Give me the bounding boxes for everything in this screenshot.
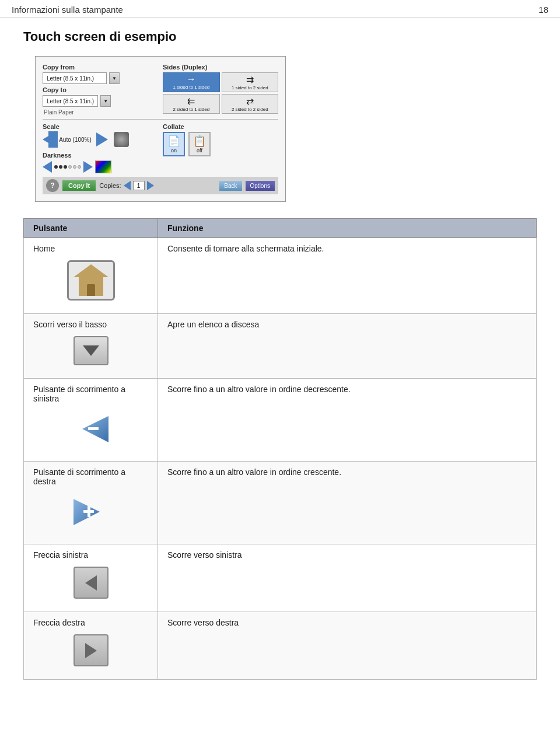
home-roof [74, 264, 108, 277]
button-name-scroll-right: Pulsante di scorrimento a destra [33, 467, 148, 486]
table-cell-description: Scorre verso sinistra [158, 544, 537, 612]
button-name-arrow-left: Freccia sinistra [33, 550, 148, 560]
copy-it-button[interactable]: Copy It [62, 180, 96, 191]
content-area: Touch screen di esempio Copy from Letter… [0, 18, 560, 691]
dot-3 [64, 165, 67, 169]
side-btn-2to1[interactable]: ⇇ 2 sided to 1 sided [163, 94, 220, 114]
page-number: 18 [538, 5, 548, 15]
description-scroll-down: Apre un elenco a discesa [167, 320, 259, 329]
darkness-label: Darkness [43, 152, 158, 159]
icon-wrapper-scroll-right [33, 486, 148, 538]
side-btn-1to2-label: 1 sided to 2 sided [224, 85, 276, 90]
page-header: Informazioni sulla stampante 18 [0, 0, 560, 18]
scale-decrease-btn[interactable] [43, 132, 54, 146]
svg-rect-1 [88, 427, 99, 430]
collate-off-label: off [193, 148, 206, 153]
side-btn-2to1-label: 2 sided to 1 sided [165, 107, 218, 112]
home-body [79, 277, 103, 296]
collate-on-btn[interactable]: 📄 on [163, 132, 185, 156]
copies-area: Copies: 1 [99, 181, 155, 190]
collate-label: Collate [163, 123, 278, 130]
table-row: Freccia sinistra Scorre verso sinistra [24, 544, 537, 612]
icon-wrapper-arrow-left [33, 560, 148, 606]
table-cell-button-name: Home [24, 238, 158, 314]
darkness-increase-btn[interactable] [83, 161, 93, 173]
darkness-color-btn[interactable] [95, 160, 111, 173]
scroll-right-svg [71, 493, 111, 531]
copy-to-value[interactable]: Letter (8.5 x 11in.) [43, 95, 98, 107]
icon-wrapper-scroll-left [33, 403, 148, 455]
home-button-icon [67, 260, 115, 301]
header-title: Informazioni sulla stampante [12, 5, 123, 15]
scroll-right-button-icon [71, 493, 111, 531]
table-cell-description: Scorre fino a un altro valore in ordine … [158, 462, 537, 544]
collate-on-label: on [167, 148, 180, 153]
darkness-dots [54, 165, 81, 169]
table-cell-button-name: Freccia sinistra [24, 544, 158, 612]
dot-4 [68, 165, 72, 169]
collate-off-btn[interactable]: 📋 off [188, 132, 211, 156]
dot-1 [54, 165, 58, 169]
darkness-decrease-btn[interactable] [43, 161, 52, 173]
copy-from-value[interactable]: Letter (8.5 x 11in.) [43, 72, 107, 84]
copy-to-dropdown[interactable]: ▼ [100, 95, 111, 107]
table-row: Freccia destra Scorre verso destra [24, 612, 537, 680]
col-funzione: Funzione [158, 219, 537, 238]
copies-label: Copies: [99, 182, 121, 189]
copies-decrease-btn[interactable] [124, 181, 131, 190]
side-btn-1to1[interactable]: → 1 sided to 1 sided [163, 72, 220, 92]
scale-settings-icon [114, 132, 129, 147]
icon-wrapper-down [33, 329, 148, 372]
bottom-bar: ? Copy It Copies: 1 Back Options [43, 177, 278, 194]
table-row: Pulsante di scorrimento a destra [24, 462, 537, 544]
sides-grid: → 1 sided to 1 sided ⇉ 1 sided to 2 side… [163, 72, 278, 114]
back-button[interactable]: Back [219, 181, 242, 191]
arrow-right-shape [85, 643, 97, 658]
table-row: Scorri verso il basso Apre un elenco a d… [24, 314, 537, 379]
help-button[interactable]: ? [46, 179, 59, 192]
button-name-home: Home [33, 244, 148, 253]
table-row: Home Consente di tornare [24, 238, 537, 314]
arrow-right-button-icon [74, 634, 108, 666]
table-cell-button-name: Pulsante di scorrimento a destra [24, 462, 158, 544]
icon-wrapper-arrow-right [33, 627, 148, 673]
scale-value: Auto (100%) [58, 137, 93, 143]
scale-label: Scale [43, 123, 158, 130]
copy-from-label: Copy from [43, 64, 158, 71]
copies-value: 1 [133, 181, 145, 190]
copy-from-dropdown[interactable]: ▼ [109, 72, 120, 84]
table-cell-button-name: Scorri verso il basso [24, 314, 158, 379]
description-scroll-left: Scorre fino a un altro valore in ordine … [167, 385, 351, 394]
home-door [87, 284, 95, 296]
copy-to-label: Copy to [43, 86, 158, 93]
copy-to-sub: Plain Paper [44, 109, 158, 116]
side-btn-1to2[interactable]: ⇉ 1 sided to 2 sided [222, 72, 279, 92]
copies-increase-btn[interactable] [147, 181, 154, 190]
button-name-scroll-down: Scorri verso il basso [33, 320, 148, 329]
description-arrow-left: Scorre verso sinistra [167, 550, 242, 560]
scroll-left-svg [71, 410, 111, 448]
col-pulsante: Pulsante [24, 219, 158, 238]
section-title: Touch screen di esempio [23, 29, 537, 44]
side-btn-1to1-label: 1 sided to 1 sided [165, 85, 218, 90]
options-button[interactable]: Options [246, 181, 275, 191]
scale-increase-btn[interactable] [96, 132, 108, 146]
table-cell-button-name: Pulsante di scorrimento a sinistra [24, 379, 158, 462]
arrow-left-button-icon [74, 567, 108, 599]
side-btn-2to2-label: 2 sided to 2 sided [224, 107, 276, 112]
description-arrow-right: Scorre verso destra [167, 618, 239, 627]
dot-5 [73, 165, 76, 169]
icon-wrapper-home [33, 253, 148, 308]
down-arrow-button-icon [74, 336, 108, 365]
table-cell-description: Scorre fino a un altro valore in ordine … [158, 379, 537, 462]
dot-2 [59, 165, 62, 169]
table-cell-button-name: Freccia destra [24, 612, 158, 680]
button-name-arrow-right: Freccia destra [33, 618, 148, 627]
side-btn-2to2[interactable]: ⇄ 2 sided to 2 sided [222, 94, 279, 114]
down-arrow-shape [83, 345, 99, 356]
info-table: Pulsante Funzione Home [23, 218, 537, 680]
table-cell-description: Consente di tornare alla schermata inizi… [158, 238, 537, 314]
button-name-scroll-left: Pulsante di scorrimento a sinistra [33, 385, 148, 403]
dot-6 [78, 165, 81, 169]
scroll-left-button-icon [71, 410, 111, 448]
